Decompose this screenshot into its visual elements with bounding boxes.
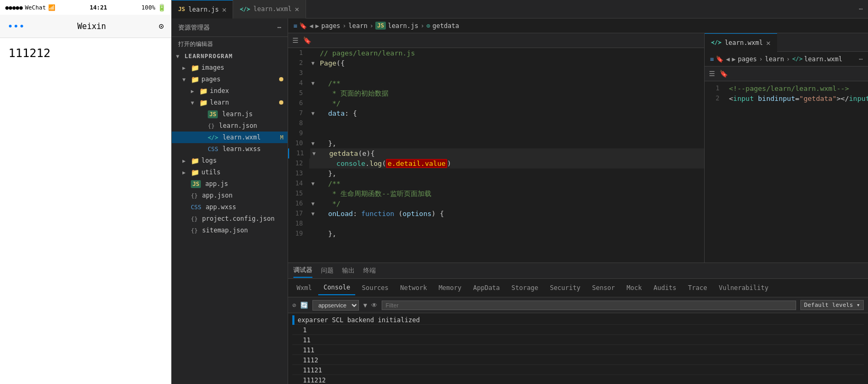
tab-learnwxml-close[interactable]: ✕: [295, 5, 299, 13]
tab-learnwxml[interactable]: ≺/≻ learn.wxml ✕: [233, 0, 306, 18]
wxml-tab-close[interactable]: ✕: [766, 39, 770, 47]
logs-folder-icon: 📁: [191, 157, 199, 165]
wxml-more-icon[interactable]: ⋯: [859, 55, 863, 63]
devtools-tab-audits[interactable]: Audits: [648, 281, 681, 295]
sidebar-item-appjson[interactable]: {} app.json: [172, 190, 288, 201]
breadcrumb-pages[interactable]: pages: [321, 22, 340, 30]
breadcrumb-js-icon: JS: [375, 22, 385, 30]
code-line-13: 13 },: [288, 168, 704, 179]
devtools-tab-console[interactable]: Console: [318, 280, 356, 295]
debug-tab-output[interactable]: 输出: [342, 264, 355, 277]
devtools-tab-sensor[interactable]: Sensor: [587, 281, 620, 295]
breadcrumb-learn[interactable]: learn: [348, 22, 367, 30]
devtools-tab-wxml[interactable]: Wxml: [291, 281, 317, 295]
fold-2[interactable]: ▼: [309, 58, 317, 68]
devtools-tab-sources[interactable]: Sources: [356, 281, 394, 295]
tab-learnjs[interactable]: JS learn.js ✕: [172, 0, 233, 18]
sidebar-open-editors: 打开的编辑器: [172, 37, 288, 50]
devtools-tab-mock[interactable]: Mock: [621, 281, 647, 295]
sidebar-item-pages[interactable]: ▼ 📁 pages: [172, 73, 288, 85]
sidebar-item-sitemapjson[interactable]: {} sitemap.json: [172, 224, 288, 236]
project-root[interactable]: ▼ LEARNPROGRAM: [172, 50, 288, 62]
console-filter-input[interactable]: [382, 301, 796, 310]
sidebar-item-learnjs[interactable]: JS learn.js: [172, 108, 288, 120]
console-toolbar-icon1[interactable]: ⊘: [292, 302, 296, 309]
line-num-19: 19: [288, 229, 309, 239]
line-num-5: 5: [288, 88, 309, 98]
debug-tab-debugger[interactable]: 调试器: [293, 264, 312, 278]
logs-chevron: ▶: [182, 158, 189, 164]
wxml-breadcrumb-icon: ≡: [710, 55, 714, 63]
code-line-12: 12 console.log(e.detail.value): [288, 158, 704, 168]
wxml-breadcrumb-back[interactable]: ◀: [726, 55, 730, 63]
devtools-tab-appdata[interactable]: AppData: [468, 281, 505, 295]
fold-17[interactable]: ▼: [309, 209, 317, 219]
console-service-select[interactable]: appservice: [312, 300, 359, 311]
editor-tab-bar: JS learn.js ✕ ≺/≻ learn.wxml ✕ ⋯: [172, 0, 868, 18]
sidebar-item-utils[interactable]: ▶ 📁 utils: [172, 166, 288, 178]
devtools-tab-storage[interactable]: Storage: [506, 281, 544, 295]
line-num-8: 8: [288, 118, 309, 128]
tab-learnjs-close[interactable]: ✕: [222, 5, 226, 14]
line-num-3: 3: [288, 68, 309, 78]
sidebar-item-index[interactable]: ▶ 📁 index: [172, 85, 288, 97]
fold-14[interactable]: ▼: [309, 179, 317, 189]
breadcrumb-learnjs[interactable]: JS learn.js: [375, 22, 418, 30]
fold-16[interactable]: ▼: [309, 199, 317, 209]
fold-10[interactable]: ▼: [309, 138, 317, 148]
toolbar-bookmark-icon[interactable]: 🔖: [303, 36, 311, 44]
phone-carrier: WeChat: [25, 4, 46, 11]
wxml-tab-active[interactable]: ≺/≻ learn.wxml ✕: [705, 33, 777, 52]
sidebar-item-images[interactable]: ▶ 📁 images: [172, 62, 288, 73]
sidebar-item-learnwxml[interactable]: ≺/≻ learn.wxml M: [172, 132, 288, 143]
tab-more-button[interactable]: ⋯: [854, 5, 868, 13]
code-line-16: 16 ▼ */: [288, 199, 704, 209]
code-line-14: 14 ▼ /**: [288, 179, 704, 189]
sidebar-item-learn[interactable]: ▼ 📁 learn: [172, 97, 288, 108]
sidebar-more-icon[interactable]: ⋯: [278, 24, 281, 31]
devtools-tab-trace[interactable]: Trace: [683, 281, 713, 295]
console-val-1: 1: [292, 326, 307, 334]
console-line-1112: 1112: [292, 355, 864, 365]
images-chevron: ▶: [182, 65, 189, 71]
devtools-tab-network[interactable]: Network: [395, 281, 432, 295]
phone-camera-icon[interactable]: ⊙: [159, 21, 164, 31]
code-line-6: 6 */: [288, 98, 704, 108]
devtools-tab-memory[interactable]: Memory: [433, 281, 467, 295]
console-toolbar-icon2[interactable]: 🔄: [300, 302, 308, 309]
wxml-bc-learn[interactable]: learn: [765, 55, 784, 63]
projectconfig-label: project.config.json: [202, 215, 274, 222]
devtools-tab-security[interactable]: Security: [544, 281, 586, 295]
wxml-toolbar-menu[interactable]: ☰: [709, 70, 715, 78]
sidebar-title: 资源管理器: [178, 23, 210, 32]
console-levels-select[interactable]: Default levels ▾: [800, 300, 864, 310]
sidebar-item-learnjson[interactable]: {} learn.json: [172, 120, 288, 132]
fold-11[interactable]: ▼: [310, 148, 318, 158]
phone-back-dots[interactable]: •••: [7, 21, 25, 32]
debug-tab-issues[interactable]: 问题: [321, 264, 334, 277]
wxml-toolbar-bookmark[interactable]: 🔖: [719, 70, 728, 78]
sidebar-item-appjs[interactable]: JS app.js: [172, 178, 288, 190]
js-code-editor: ☰ 🔖 1 // pages/learn/learn.js 2 ▼ Page({: [288, 33, 704, 263]
breadcrumb-back-icon[interactable]: ◀: [309, 22, 313, 30]
fold-4[interactable]: ▼: [309, 78, 317, 88]
wxml-bc-pages[interactable]: pages: [738, 55, 757, 63]
index-chevron: ▶: [191, 88, 197, 94]
wxml-breadcrumb-forward[interactable]: ▶: [732, 55, 735, 63]
sidebar-item-logs[interactable]: ▶ 📁 logs: [172, 155, 288, 166]
breadcrumb-getdata[interactable]: ⊙ getdata: [427, 22, 459, 30]
logs-label: logs: [201, 157, 217, 164]
toolbar-menu-icon[interactable]: ☰: [292, 36, 299, 44]
line-num-16: 16: [288, 199, 309, 209]
sidebar-item-learnwxss[interactable]: CSS learn.wxss: [172, 143, 288, 155]
code-line-4: 4 ▼ /**: [288, 78, 704, 88]
fold-7[interactable]: ▼: [309, 108, 317, 118]
wxml-bc-file[interactable]: ≺/≻ learn.wxml: [792, 55, 842, 63]
breadcrumb-forward-icon[interactable]: ▶: [315, 22, 319, 30]
console-eye-icon[interactable]: 👁: [371, 302, 377, 309]
devtools-tab-vulnerability[interactable]: Vulnerability: [714, 281, 774, 295]
appwxss-label: app.wxss: [206, 203, 236, 211]
debug-tab-terminal[interactable]: 终端: [363, 264, 376, 277]
sidebar-item-projectconfig[interactable]: {} project.config.json: [172, 213, 288, 224]
sidebar-item-appwxss[interactable]: CSS app.wxss: [172, 201, 288, 213]
